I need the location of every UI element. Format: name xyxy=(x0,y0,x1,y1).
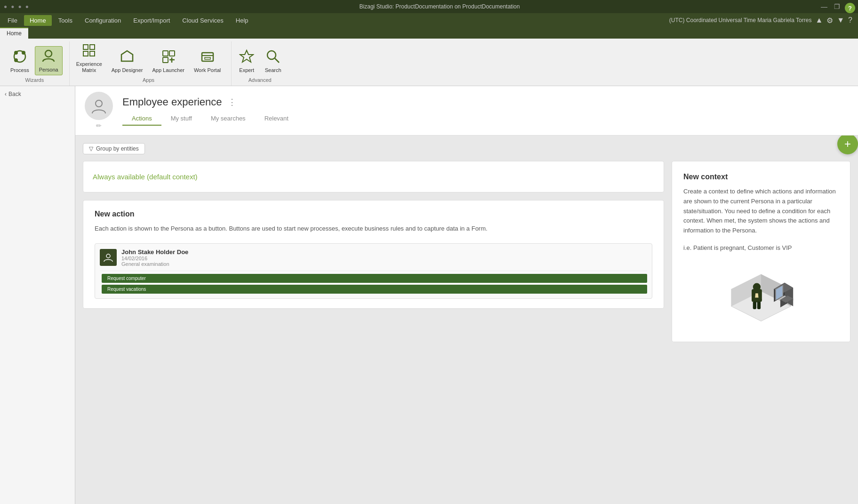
new-action-description: Each action is shown to the Persona as a… xyxy=(95,224,652,234)
svg-marker-18 xyxy=(240,50,253,62)
tab-actions[interactable]: Actions xyxy=(122,112,161,126)
help-menu-icon[interactable]: ? xyxy=(848,16,852,24)
svg-rect-12 xyxy=(163,57,168,63)
edit-icon[interactable]: ✏ xyxy=(96,122,102,129)
add-button[interactable]: + xyxy=(837,136,858,154)
svg-point-28 xyxy=(753,283,761,290)
cards-row: Always available (default context) New a… xyxy=(83,161,850,342)
svg-rect-10 xyxy=(163,51,168,56)
process-icon xyxy=(12,49,27,66)
title-bar: ● ● ● ● Bizagi Studio: ProductDocumentat… xyxy=(0,0,858,13)
menu-export-import[interactable]: Export/Import xyxy=(128,15,176,26)
menu-configuration[interactable]: Configuration xyxy=(79,15,127,26)
group-by-label: Group by entities xyxy=(96,145,139,152)
menu-file[interactable]: File xyxy=(2,15,23,26)
expert-icon xyxy=(239,49,254,66)
timezone-info: (UTC) Coordinated Universal Time Maria G… xyxy=(669,17,812,24)
ribbon-btn-app-designer[interactable]: App Designer xyxy=(108,47,147,75)
ribbon-btn-persona-label: Persona xyxy=(39,67,58,73)
mock-avatar xyxy=(100,249,117,266)
menu-bar: File Home Tools Configuration Export/Imp… xyxy=(0,13,858,27)
group-by-entities-button[interactable]: ▽ Group by entities xyxy=(83,143,145,154)
experience-matrix-icon xyxy=(81,43,96,60)
left-panel: ‹ Back xyxy=(0,86,75,504)
svg-rect-6 xyxy=(90,45,95,49)
ribbon-btn-experience-matrix-label: ExperienceMatrix xyxy=(76,61,102,73)
svg-rect-5 xyxy=(83,45,88,49)
tab-relevant[interactable]: Relevant xyxy=(255,112,298,126)
svg-point-3 xyxy=(14,58,18,62)
ribbon-btn-work-portal-label: Work Portal xyxy=(194,67,221,73)
chevron-down-icon[interactable]: ▼ xyxy=(837,16,844,24)
ribbon-btn-experience-matrix[interactable]: ExperienceMatrix xyxy=(72,41,106,75)
svg-rect-17 xyxy=(205,57,210,59)
ribbon-group-apps-label: Apps xyxy=(143,77,154,86)
svg-marker-29 xyxy=(755,293,758,297)
menu-help[interactable]: Help xyxy=(230,15,254,26)
app-launcher-icon xyxy=(161,49,176,66)
app-designer-icon xyxy=(120,49,135,66)
ribbon-btn-expert[interactable]: Expert xyxy=(234,47,259,75)
svg-line-20 xyxy=(275,58,279,63)
back-chevron-icon: ‹ xyxy=(5,91,7,97)
svg-rect-8 xyxy=(90,51,95,56)
menu-home[interactable]: Home xyxy=(24,15,52,26)
menu-tools[interactable]: Tools xyxy=(53,15,78,26)
mock-buttons: Request computer Request vacations xyxy=(102,274,647,294)
ribbon-btn-process[interactable]: Process xyxy=(7,47,33,75)
svg-rect-11 xyxy=(169,51,175,56)
ribbon-btn-process-label: Process xyxy=(10,67,29,73)
ribbon-btn-app-launcher-label: App Launcher xyxy=(152,67,184,73)
persona-tabs: Actions My stuff My searches Relevant xyxy=(122,112,849,126)
minimize-button[interactable]: — xyxy=(819,3,829,10)
ribbon-group-advanced: Expert Search Advanced xyxy=(233,41,292,86)
new-context-card: New context Create a context to define w… xyxy=(672,161,850,342)
help-button[interactable]: ? xyxy=(845,3,855,13)
svg-point-4 xyxy=(45,50,52,57)
new-context-description: Create a context to define which actions… xyxy=(683,187,839,236)
restore-button[interactable]: ❐ xyxy=(832,3,842,10)
settings-icon[interactable]: ⚙ xyxy=(826,16,833,25)
back-button[interactable]: ‹ Back xyxy=(5,91,70,97)
persona-info: Employee experience ⋮ Actions My stuff M… xyxy=(122,96,849,126)
svg-point-1 xyxy=(14,51,18,55)
new-context-title: New context xyxy=(683,173,839,181)
menu-cloud-services[interactable]: Cloud Services xyxy=(176,15,229,26)
ribbon-tab-home[interactable]: Home xyxy=(0,27,28,39)
persona-context-menu-icon[interactable]: ⋮ xyxy=(228,97,236,107)
svg-marker-9 xyxy=(121,51,133,61)
main-area: ‹ Back ✏ Employee experience ⋮ xyxy=(0,86,858,504)
chevron-up-icon[interactable]: ▲ xyxy=(815,16,823,24)
svg-point-21 xyxy=(96,100,102,107)
svg-rect-7 xyxy=(83,51,88,56)
tab-my-stuff[interactable]: My stuff xyxy=(161,112,201,126)
ribbon: Home Process xyxy=(0,27,858,86)
default-context-label: Always available (default context) xyxy=(93,173,198,181)
tab-content-actions: + ▽ Group by entities Always available (… xyxy=(75,136,858,504)
tab-my-searches[interactable]: My searches xyxy=(201,112,255,126)
new-action-card: New action Each action is shown to the P… xyxy=(83,200,664,309)
svg-rect-30 xyxy=(753,301,756,309)
action-mock-preview: John Stake Holder Doe 14/02/2016 General… xyxy=(95,243,652,299)
ribbon-btn-persona[interactable]: Persona xyxy=(35,46,63,75)
work-portal-icon xyxy=(200,49,215,66)
default-context-card: Always available (default context) xyxy=(83,161,664,192)
ribbon-btn-search[interactable]: Search xyxy=(261,47,285,75)
mock-header: John Stake Holder Doe 14/02/2016 General… xyxy=(100,248,647,271)
new-context-example: i.e. Patient is pregnant, Customer is VI… xyxy=(683,243,839,253)
ribbon-btn-expert-label: Expert xyxy=(239,67,254,73)
svg-point-22 xyxy=(106,254,110,258)
cards-right: New context Create a context to define w… xyxy=(672,161,850,342)
avatar xyxy=(85,92,113,120)
svg-point-2 xyxy=(22,51,25,55)
content-panel: ✏ Employee experience ⋮ Actions My stuff… xyxy=(75,86,858,504)
ribbon-btn-app-launcher[interactable]: App Launcher xyxy=(148,47,188,75)
ribbon-btn-work-portal[interactable]: Work Portal xyxy=(190,47,225,75)
context-illustration xyxy=(683,264,839,330)
ribbon-group-advanced-label: Advanced xyxy=(249,77,272,86)
new-action-title: New action xyxy=(95,210,652,218)
ribbon-group-apps: ExperienceMatrix App Designer xyxy=(71,41,232,86)
ribbon-group-wizards-label: Wizards xyxy=(25,77,44,86)
back-label: Back xyxy=(8,91,21,97)
cards-left: Always available (default context) New a… xyxy=(83,161,664,342)
